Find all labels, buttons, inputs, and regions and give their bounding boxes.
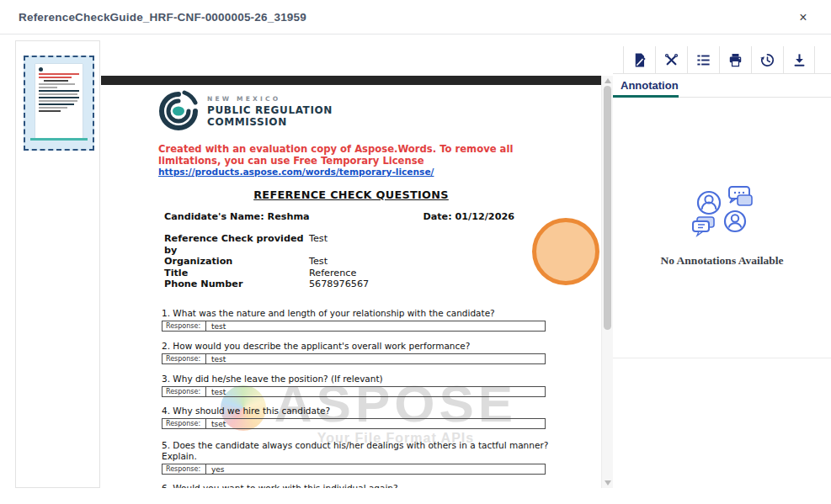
annotation-panel: Annotation No Annotations Available xyxy=(613,40,831,504)
annotations-empty-state: No Annotations Available xyxy=(613,183,831,268)
users-chat-icon xyxy=(690,183,754,239)
list-icon xyxy=(695,52,711,68)
tools-icon xyxy=(663,52,679,68)
history-button[interactable] xyxy=(751,46,783,73)
logo-line-3: COMMISSION xyxy=(207,116,333,128)
viewer-toolbar xyxy=(613,46,831,74)
logo-line-1: NEW MEXICO xyxy=(207,95,333,103)
thumbnail-page-preview xyxy=(35,64,83,139)
annotation-tools-button[interactable] xyxy=(655,46,687,73)
question-4: 4. Why should we hire this candidate? Re… xyxy=(162,406,552,429)
field-value: 5678976567 xyxy=(309,279,560,290)
scroll-down-icon[interactable] xyxy=(605,480,611,485)
tab-active-underline xyxy=(613,95,679,98)
field-value: Reference xyxy=(309,268,560,279)
field-label: Title xyxy=(164,268,309,279)
print-button[interactable] xyxy=(719,46,751,73)
candidate-name: Candidate's Name: Reshma xyxy=(164,211,310,222)
annotation-list-button[interactable] xyxy=(687,46,719,73)
history-icon xyxy=(759,52,775,68)
thumbnail-panel xyxy=(15,40,100,488)
question-3: 3. Why did he/she leave the position? (I… xyxy=(162,374,552,397)
document-viewer: ASPOSE Your File Format APIs NEW MEXICO … xyxy=(101,40,613,488)
field-label: Organization xyxy=(164,256,309,268)
form-title: REFERENCE CHECK QUESTIONS xyxy=(101,188,601,201)
response-box: Response: test xyxy=(162,353,546,364)
nmprc-logo: NEW MEXICO PUBLIC REGULATION COMMISSION xyxy=(158,90,333,132)
question-5: 5. Does the candidate always conduct his… xyxy=(162,440,552,475)
response-box: Response: yes xyxy=(162,464,546,475)
document-title: ReferenceCheckGuide_HRF-CNF-0000005-26_3… xyxy=(19,11,306,24)
info-fields: Reference Check provided by Test Organiz… xyxy=(164,233,560,290)
panel-divider xyxy=(613,358,831,358)
viewer-scrollbar[interactable] xyxy=(601,76,613,488)
panel-tabs: Annotation xyxy=(613,74,831,98)
response-box: Response: test xyxy=(162,386,546,397)
evaluation-notice: Created with an evaluation copy of Aspos… xyxy=(158,144,554,167)
modal-header: ReferenceCheckGuide_HRF-CNF-0000005-26_3… xyxy=(0,0,831,34)
tab-annotation[interactable]: Annotation xyxy=(621,79,679,92)
download-button[interactable] xyxy=(783,46,815,73)
question-1: 1. What was the nature and length of you… xyxy=(162,308,552,332)
logo-line-2: PUBLIC REGULATION xyxy=(207,104,333,116)
page-thumbnail[interactable] xyxy=(24,56,94,151)
date-value: Date: 01/12/2026 xyxy=(423,211,514,222)
close-icon[interactable]: × xyxy=(794,8,812,27)
no-annotations-text: No Annotations Available xyxy=(613,254,831,268)
viewer-top-gap xyxy=(101,76,601,85)
field-label: Reference Check provided by xyxy=(164,233,309,256)
question-6-partial: 6. Would you want to work with this indi… xyxy=(162,483,552,488)
license-link[interactable]: https://products.aspose.com/words/tempor… xyxy=(158,167,434,177)
nmprc-logo-icon xyxy=(158,90,199,132)
thumbnail-footer-line xyxy=(30,138,88,141)
response-box: Response: tset xyxy=(162,418,546,429)
print-icon xyxy=(727,52,743,68)
field-value: Test xyxy=(309,233,560,256)
field-value: Test xyxy=(309,256,560,268)
document-page: ASPOSE Your File Format APIs NEW MEXICO … xyxy=(101,85,601,488)
field-label: Phone Number xyxy=(164,279,309,290)
question-2: 2. How would you describe the applicant'… xyxy=(162,341,552,364)
scroll-up-icon[interactable] xyxy=(605,78,611,83)
response-box: Response: test xyxy=(162,321,546,332)
document-edit-icon xyxy=(631,52,647,68)
document-edit-button[interactable] xyxy=(623,46,655,73)
scrollbar-thumb[interactable] xyxy=(604,86,611,330)
download-icon xyxy=(791,52,807,68)
